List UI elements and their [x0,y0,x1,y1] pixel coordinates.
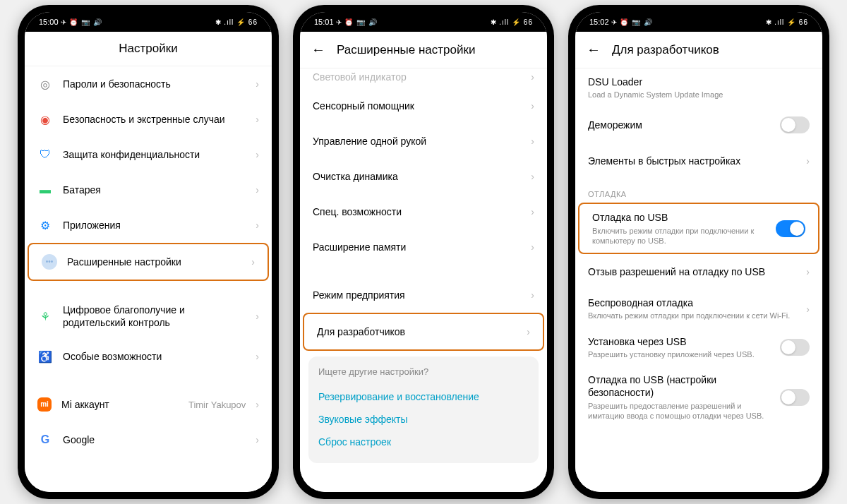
suggestion-box: Ищете другие настройки? Резервирование и… [308,356,539,463]
item-dsu-loader[interactable]: DSU Loader Load a Dynamic System Update … [575,68,822,107]
item-special-features[interactable]: Спец. возможности › [300,194,547,229]
status-time: 15:02 [589,18,609,26]
item-cut-off[interactable]: Световой индикатор › [300,68,547,88]
status-left-icons: ✈ ⏰ 📷 🔊 [336,18,378,26]
item-subtitle: Включать режим отладки при подключении к… [588,311,796,320]
toggle-demo-mode[interactable] [780,116,810,133]
item-wireless-debugging[interactable]: Беспроводная отладка Включать режим отла… [575,289,822,328]
chevron-right-icon: › [256,184,259,196]
chevron-right-icon: › [256,311,259,322]
status-time: 15:01 [314,18,334,26]
item-digital-wellbeing[interactable]: ⚘ Цифровое благополучие и родительский к… [25,294,272,339]
item-one-hand[interactable]: Управление одной рукой › [300,124,547,159]
highlight-box: Отладка по USB Включить режим отладки пр… [578,203,819,254]
camera-notch [420,18,427,25]
chevron-right-icon: › [806,266,810,277]
item-clear-speaker[interactable]: Очистка динамика › [300,159,547,194]
item-usb-debug-security[interactable]: Отладка по USB (настройки безопасности) … [575,366,822,428]
item-passwords-security[interactable]: ◎ Пароли и безопасность › [25,66,272,102]
chevron-right-icon: › [531,100,534,112]
item-accessibility[interactable]: ♿ Особые возможности › [25,339,272,374]
chevron-right-icon: › [256,351,259,362]
item-label: Элементы в быстрых настройках [588,155,796,167]
item-google[interactable]: G Google › [25,422,272,457]
item-label: Отладка по USB [592,211,766,224]
item-advanced-settings[interactable]: ••• Расширенные настройки › [29,244,268,280]
item-subtitle: Включить режим отладки при подключении к… [592,226,766,246]
phone-frame-2: 15:01 ✈ ⏰ 📷 🔊 ✱ .ıll ⚡ 66 ← Расширенные … [293,5,554,499]
item-label: Безопасность и экстренные случаи [63,113,246,126]
item-label: Защита конфиденциальности [63,148,246,161]
item-label: Для разработчиков [317,325,517,338]
item-developer-options[interactable]: Для разработчиков › [304,314,543,349]
suggestion-link-reset[interactable]: Сброс настроек [318,431,529,453]
item-apps[interactable]: ⚙ Приложения › [25,208,272,243]
screen-3: 15:02 ✈ ⏰ 📷 🔊 ✱ .ıll ⚡ 66 ← Для разработ… [575,12,822,492]
header: ← Расширенные настройки [300,32,547,68]
chevron-right-icon: › [531,241,534,253]
chevron-right-icon: › [806,155,810,167]
item-subtitle: Load a Dynamic System Update Image [588,90,810,100]
item-demo-mode[interactable]: Деморежим [575,107,822,143]
item-label: Особые возможности [63,350,246,363]
item-usb-debugging[interactable]: Отладка по USB Включить режим отладки пр… [579,204,818,253]
camera-notch [145,18,152,25]
chevron-right-icon: › [527,326,530,337]
item-touch-assistant[interactable]: Сенсорный помощник › [300,88,547,124]
developer-list[interactable]: DSU Loader Load a Dynamic System Update … [575,68,822,492]
status-right-icons: ✱ .ıll ⚡ 66 [491,18,533,26]
google-icon: G [37,432,53,448]
page-title: Расширенные настройки [337,43,475,57]
item-label: Пароли и безопасность [63,78,246,90]
advanced-list[interactable]: Световой индикатор › Сенсорный помощник … [300,68,547,492]
accessibility-icon: ♿ [37,349,53,364]
status-right-icons: ✱ .ıll ⚡ 66 [215,18,258,26]
section-gap [25,281,272,294]
shield-icon: 🛡 [37,147,53,162]
alarm-icon: ◉ [37,112,53,127]
page-title: Для разработчиков [612,43,719,57]
item-install-via-usb[interactable]: Установка через USB Разрешить установку … [575,328,822,366]
battery-icon: ▬ [37,182,53,198]
item-safety-emergency[interactable]: ◉ Безопасность и экстренные случаи › [25,102,272,137]
toggle-usb-security[interactable] [780,389,810,406]
status-left-icons: ✈ ⏰ 📷 🔊 [611,18,653,26]
settings-list[interactable]: ◎ Пароли и безопасность › ◉ Безопасность… [25,66,272,492]
toggle-install-usb[interactable] [780,339,810,356]
chevron-right-icon: › [531,71,534,83]
gear-icon: ⚙ [37,217,53,233]
item-battery[interactable]: ▬ Батарея › [25,172,272,208]
item-quick-settings-tiles[interactable]: Элементы в быстрых настройках › [575,143,822,179]
item-label: Режим предприятия [313,289,521,301]
item-subtitle: Разрешить установку приложений через USB… [588,349,770,359]
item-mi-account[interactable]: mi Mi аккаунт Timir Yakupov › [25,387,272,422]
item-memory-extension[interactable]: Расширение памяти › [300,229,547,265]
item-label: Управление одной рукой [313,135,521,148]
chevron-right-icon: › [256,434,259,445]
item-privacy[interactable]: 🛡 Защита конфиденциальности › [25,137,272,172]
item-label: Отзыв разрешений на отладку по USB [588,265,796,278]
item-label: Установка через USB [588,335,770,348]
suggestion-link-backup[interactable]: Резервирование и восстановление [318,385,529,408]
chevron-right-icon: › [256,114,259,125]
toggle-usb-debugging[interactable] [776,220,805,237]
section-gap [25,374,272,387]
chevron-right-icon: › [256,220,259,231]
chevron-right-icon: › [256,399,259,410]
back-button[interactable]: ← [311,42,325,58]
chevron-right-icon: › [256,78,259,90]
item-label: Деморежим [588,119,770,131]
chevron-right-icon: › [531,206,534,217]
fingerprint-icon: ◎ [37,76,53,92]
item-enterprise-mode[interactable]: Режим предприятия › [300,277,547,313]
highlight-box: ••• Расширенные настройки › [28,243,269,281]
item-label: Беспроводная отладка [588,296,796,309]
item-revoke-usb-auth[interactable]: Отзыв разрешений на отладку по USB › [575,254,822,289]
section-gap [300,265,547,277]
back-button[interactable]: ← [587,42,601,58]
phone-frame-3: 15:02 ✈ ⏰ 📷 🔊 ✱ .ıll ⚡ 66 ← Для разработ… [568,5,829,499]
status-left-icons: ✈ ⏰ 📷 🔊 [61,18,102,26]
suggestion-link-sound[interactable]: Звуковые эффекты [318,408,529,431]
item-label: Спец. возможности [313,205,521,218]
highlight-box: Для разработчиков › [303,313,544,351]
